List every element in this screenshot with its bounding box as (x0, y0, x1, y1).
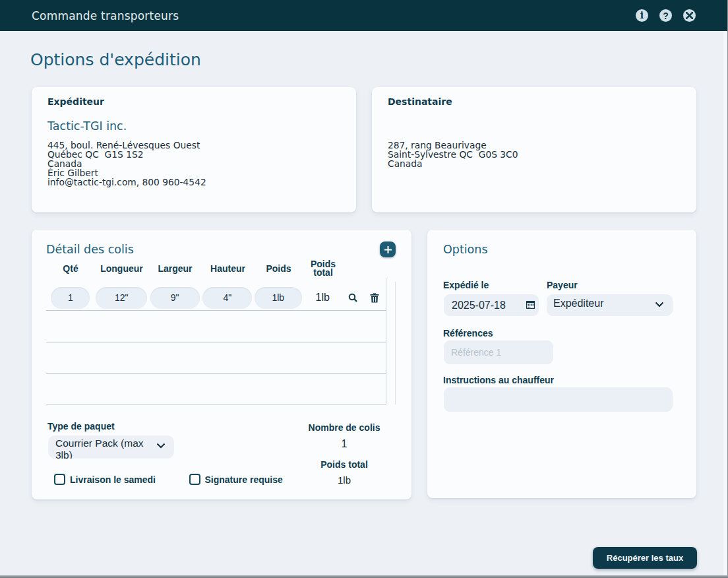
driver-instructions-label: Instructions au chauffeur (443, 375, 554, 385)
trash-icon (370, 293, 379, 303)
address-line: Saint-Sylvestre QC G0S 3C0 (388, 150, 518, 159)
ship-date-field (444, 294, 539, 316)
weight-input[interactable] (255, 287, 302, 309)
shipper-card-title: Expéditeur (47, 96, 104, 107)
saturday-delivery-checkbox[interactable] (54, 474, 65, 485)
payer-label: Payeur (547, 280, 578, 290)
options-card-title: Options (443, 243, 488, 256)
shipper-card: Expéditeur Tactic-TGI inc. 445, boul. Re… (32, 87, 356, 212)
packages-scrollbar[interactable] (395, 282, 396, 404)
signature-required-label: Signature requise (205, 474, 283, 485)
reference-input[interactable] (444, 340, 553, 364)
titlebar: Commande transporteurs i ? (0, 0, 727, 31)
consignee-card: Destinataire 287, rang Beaurivage Saint-… (372, 87, 696, 212)
shipper-name: Tactic-TGI inc. (47, 119, 127, 133)
total-weight-label: Poids total (278, 459, 411, 470)
saturday-delivery-label: Livraison le samedi (70, 474, 156, 485)
col-header-weight: Poids (254, 265, 303, 273)
packages-card: Détail des colis Qté Longueur Largeur Ha… (32, 230, 411, 499)
payer-value: Expéditeur (547, 294, 673, 309)
add-package-button[interactable] (380, 241, 396, 257)
consignee-address: 287, rang Beaurivage Saint-Sylvestre QC … (388, 141, 518, 168)
package-count-label: Nombre de colis (278, 422, 411, 433)
consignee-card-title: Destinataire (388, 96, 452, 107)
width-input[interactable] (150, 287, 200, 309)
titlebar-icons: i ? (636, 9, 696, 22)
window-border-bottom (0, 575, 728, 578)
signature-required-option: Signature requise (189, 474, 283, 485)
saturday-delivery-option: Livraison le samedi (54, 474, 156, 485)
address-line: Canada (47, 159, 206, 168)
driver-instructions-input[interactable] (444, 387, 673, 412)
address-line: 445, boul. René-Lévesques Ouest (47, 141, 206, 150)
total-weight-value: 1lb (278, 474, 411, 486)
window-title: Commande transporteurs (32, 9, 179, 22)
ship-date-label: Expédié le (443, 280, 489, 290)
row-total-weight: 1lb (316, 292, 330, 304)
payer-select[interactable]: Expéditeur (547, 294, 673, 316)
chevron-down-icon (156, 443, 166, 449)
page-scrollbar[interactable] (723, 31, 727, 575)
chevron-down-icon (655, 302, 664, 307)
packages-rows: 1lb (46, 278, 386, 404)
col-header-total: Poids total (303, 260, 343, 277)
packages-card-title: Détail des colis (46, 243, 134, 256)
package-row-empty (46, 374, 386, 404)
qty-input[interactable] (51, 287, 90, 309)
address-line: Canada (388, 159, 518, 168)
search-icon (348, 293, 358, 303)
package-type-select[interactable]: Courrier Pack (max 3lb) (48, 435, 174, 459)
address-line: 287, rang Beaurivage (388, 141, 518, 150)
close-icon[interactable] (683, 9, 696, 22)
col-header-width: Largeur (148, 265, 202, 273)
search-package-button[interactable] (348, 293, 358, 303)
col-header-qty: Qté (46, 265, 95, 273)
plus-icon (384, 245, 392, 254)
address-line: info@tactic-tgi.com, 800 960-4542 (47, 177, 206, 187)
packages-table-header: Qté Longueur Largeur Hauteur Poids Poids… (46, 259, 386, 278)
col-header-height: Hauteur (202, 265, 254, 273)
help-icon[interactable]: ? (659, 9, 672, 22)
package-row-empty (46, 342, 386, 374)
delete-package-button[interactable] (370, 293, 379, 303)
ship-date-input[interactable] (444, 294, 539, 316)
references-label: Références (443, 328, 493, 338)
package-row-empty (46, 311, 386, 342)
address-line: Québec QC G1S 1S2 (47, 150, 206, 159)
package-count-value: 1 (278, 438, 411, 450)
info-icon[interactable]: i (636, 9, 648, 22)
col-header-length: Longueur (95, 265, 148, 273)
shipper-address: 445, boul. René-Lévesques Ouest Québec Q… (47, 141, 206, 187)
signature-required-checkbox[interactable] (189, 474, 200, 485)
options-card: Options Expédié le Payeur Expéditeur Réf… (427, 230, 696, 498)
package-row: 1lb (46, 278, 386, 311)
address-line: Éric Gilbert (47, 168, 206, 177)
page-title: Options d'expédition (30, 50, 201, 69)
get-rates-button[interactable]: Récupérer les taux (593, 547, 697, 569)
height-input[interactable] (202, 287, 252, 309)
package-type-value: Courrier Pack (max 3lb) (48, 435, 174, 459)
package-type-label: Type de paquet (47, 421, 115, 432)
length-input[interactable] (96, 287, 147, 309)
